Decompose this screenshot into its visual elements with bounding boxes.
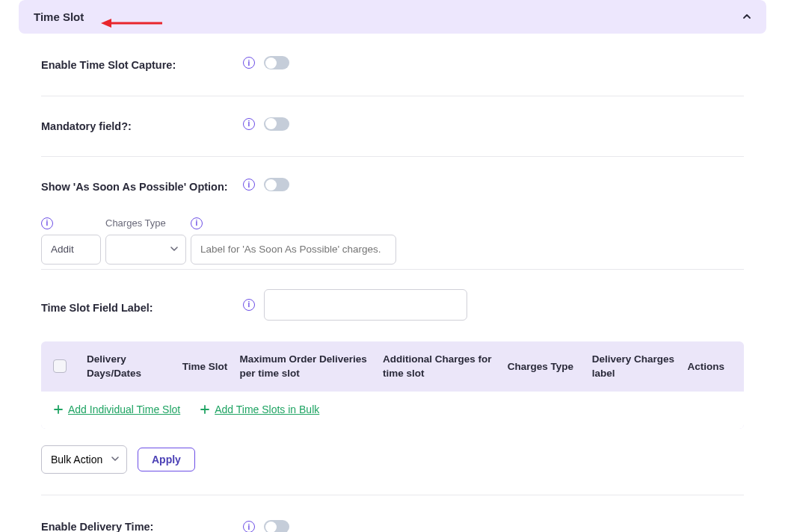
toggle-mandatory-field[interactable] — [264, 117, 289, 131]
toggle-enable-time-slot-capture[interactable] — [264, 56, 289, 69]
setting-label: Enable Time Slot Capture: — [41, 56, 243, 75]
add-time-slots-bulk-link[interactable]: Add Time Slots in Bulk — [200, 403, 319, 415]
plus-icon — [200, 404, 210, 415]
info-icon[interactable]: i — [243, 118, 255, 130]
add-individual-time-slot-link[interactable]: Add Individual Time Slot — [53, 403, 180, 415]
select-all-checkbox[interactable] — [53, 359, 67, 373]
bulk-action-select[interactable]: Bulk Action — [41, 445, 127, 474]
info-icon[interactable]: i — [243, 521, 255, 532]
th-delivery-charges-label: Delivery Charges label — [592, 352, 688, 381]
panel-header[interactable]: Time Slot — [19, 0, 766, 34]
chevron-up-icon — [742, 11, 751, 23]
setting-label: Show 'As Soon As Possible' Option: — [41, 178, 243, 197]
additional-input[interactable] — [41, 235, 101, 265]
setting-enable-time-slot-capture: Enable Time Slot Capture: i — [41, 56, 744, 96]
time-slot-field-label-input[interactable] — [264, 289, 467, 321]
plus-icon — [53, 404, 64, 415]
th-additional-charges: Additional Charges for time slot — [383, 352, 508, 381]
asap-inputs-row: i Charges Type — [41, 216, 744, 270]
panel-body: Enable Time Slot Capture: i Mandatory fi… — [41, 34, 744, 532]
th-actions: Actions — [687, 359, 732, 374]
setting-enable-delivery-time: Enable Delivery Time: i — [41, 518, 744, 532]
time-slot-field-label-row: Time Slot Field Label: i — [41, 289, 744, 341]
time-slot-table: Delivery Days/Dates Time Slot Maximum Or… — [41, 341, 744, 429]
asap-label-col: i — [191, 216, 396, 265]
time-slot-panel: Time Slot Enable Time Slot Capture: i Ma… — [19, 0, 766, 532]
apply-button[interactable]: Apply — [138, 448, 195, 471]
th-max-orders: Maximum Order Deliveries per time slot — [239, 352, 382, 381]
info-icon[interactable]: i — [243, 299, 255, 311]
setting-label: Mandatory field?: — [41, 117, 243, 136]
panel-title: Time Slot — [34, 10, 84, 23]
add-bulk-label: Add Time Slots in Bulk — [215, 403, 319, 415]
info-icon[interactable]: i — [41, 217, 53, 229]
charges-type-select[interactable] — [105, 235, 186, 265]
th-charges-type: Charges Type — [508, 359, 592, 374]
info-icon[interactable]: i — [243, 57, 255, 69]
setting-label: Enable Delivery Time: — [41, 518, 243, 532]
setting-show-asap: Show 'As Soon As Possible' Option: i — [41, 178, 744, 207]
th-delivery-days: Delivery Days/Dates — [87, 352, 182, 381]
toggle-enable-delivery-time[interactable] — [264, 520, 289, 532]
charges-type-label: Charges Type — [105, 217, 166, 229]
add-individual-label: Add Individual Time Slot — [68, 403, 180, 415]
table-header: Delivery Days/Dates Time Slot Maximum Or… — [41, 341, 744, 392]
th-time-slot: Time Slot — [182, 359, 240, 374]
asap-label-input[interactable] — [191, 235, 396, 265]
info-icon[interactable]: i — [191, 217, 203, 229]
toggle-show-asap[interactable] — [264, 178, 289, 191]
info-icon[interactable]: i — [243, 179, 255, 191]
bulk-action-row: Bulk Action Apply — [41, 445, 744, 495]
setting-label: Time Slot Field Label: — [41, 293, 243, 318]
setting-mandatory-field: Mandatory field?: i — [41, 117, 744, 158]
table-action-links: Add Individual Time Slot Add Time Slots … — [41, 392, 744, 429]
asap-additional-col: i — [41, 216, 101, 265]
asap-charges-type-col: Charges Type — [105, 216, 186, 265]
